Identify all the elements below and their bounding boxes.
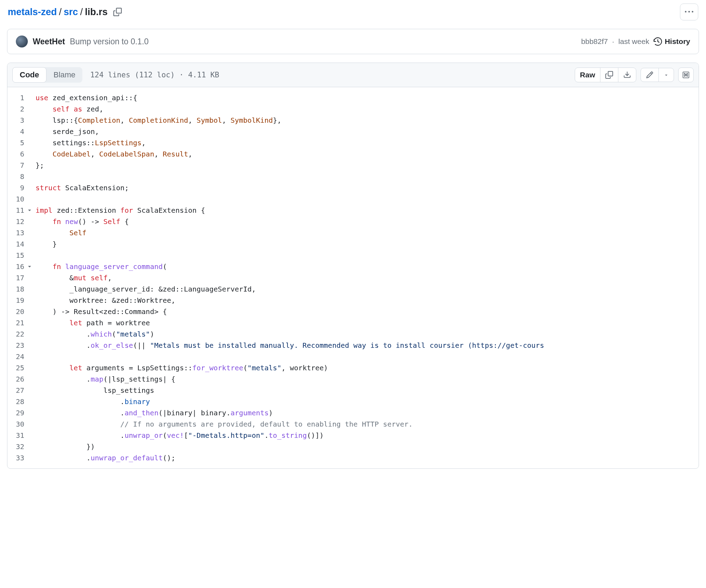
line-number: 6 [7, 150, 24, 158]
code-line[interactable]: use zed_extension_api::{ [34, 92, 699, 103]
code-line[interactable]: .which("metals") [34, 328, 699, 340]
line-number: 7 [7, 161, 24, 170]
breadcrumb-dir-link[interactable]: src [64, 7, 78, 18]
code-line[interactable]: ) -> Result<zed::Command> { [34, 306, 699, 317]
code-line[interactable] [34, 171, 699, 182]
code-line[interactable]: _language_server_id: &zed::LanguageServe… [34, 283, 699, 295]
commit-message[interactable]: Bump version to 0.1.0 [70, 37, 149, 46]
line-number: 1 [7, 94, 24, 102]
gutter-row[interactable]: 27 [7, 385, 34, 396]
breadcrumb-row: metals-zed / src / lib.rs [7, 4, 699, 20]
code-line[interactable]: .map(|lsp_settings| { [34, 373, 699, 385]
line-number: 15 [7, 251, 24, 260]
avatar[interactable] [16, 36, 28, 47]
more-options-button[interactable] [680, 4, 698, 20]
gutter-row[interactable]: 6 [7, 148, 34, 160]
symbols-button[interactable] [678, 68, 694, 82]
code-line[interactable]: self as zed, [34, 103, 699, 115]
code-line[interactable]: .unwrap_or_default(); [34, 452, 699, 464]
gutter-row[interactable]: 33 [7, 452, 34, 464]
code-line[interactable]: struct ScalaExtension; [34, 182, 699, 193]
gutter-row[interactable]: 9 [7, 182, 34, 193]
gutter-row[interactable]: 2 [7, 103, 34, 115]
copy-path-icon[interactable] [113, 8, 122, 16]
edit-button[interactable] [641, 68, 659, 82]
gutter-row[interactable]: 31 [7, 430, 34, 441]
code-line[interactable]: lsp_settings [34, 385, 699, 396]
gutter-row[interactable]: 15 [7, 250, 34, 261]
code-line[interactable]: worktree: &zed::Worktree, [34, 295, 699, 306]
gutter-row[interactable]: 20 [7, 306, 34, 317]
line-number: 9 [7, 184, 24, 192]
gutter-row[interactable]: 13 [7, 227, 34, 238]
gutter-row[interactable]: 21 [7, 317, 34, 328]
tab-code[interactable]: Code [12, 67, 46, 83]
gutter-row[interactable]: 26 [7, 373, 34, 385]
gutter-row[interactable]: 24 [7, 351, 34, 362]
code-line[interactable]: }; [34, 160, 699, 171]
gutter-row[interactable]: 19 [7, 295, 34, 306]
commit-author[interactable]: WeetHet [33, 37, 65, 46]
gutter-row[interactable]: 16 [7, 261, 34, 272]
code-line[interactable]: fn language_server_command( [34, 261, 699, 272]
code-line[interactable] [34, 351, 699, 362]
raw-button[interactable]: Raw [575, 68, 600, 82]
code-line[interactable]: fn new() -> Self { [34, 216, 699, 227]
gutter-row[interactable]: 25 [7, 362, 34, 373]
gutter-row[interactable]: 32 [7, 441, 34, 452]
code-line[interactable]: let arguments = LspSettings::for_worktre… [34, 362, 699, 373]
commit-sha[interactable]: bbb82f7 [581, 37, 608, 46]
edit-dropdown-button[interactable] [659, 68, 674, 82]
line-number: 17 [7, 274, 24, 282]
code-line[interactable]: &mut self, [34, 272, 699, 283]
gutter-row[interactable]: 8 [7, 171, 34, 182]
gutter-row[interactable]: 1 [7, 92, 34, 103]
code-line[interactable]: // If no arguments are provided, default… [34, 418, 699, 430]
copy-raw-button[interactable] [600, 68, 618, 82]
code-line[interactable]: settings::LspSettings, [34, 137, 699, 148]
gutter-row[interactable]: 29 [7, 407, 34, 418]
code-line[interactable]: .and_then(|binary| binary.arguments) [34, 407, 699, 418]
code-line[interactable]: .unwrap_or(vec!["-Dmetals.http=on".to_st… [34, 430, 699, 441]
gutter-row[interactable]: 30 [7, 418, 34, 430]
gutter-row[interactable]: 7 [7, 160, 34, 171]
code-line[interactable]: Self [34, 227, 699, 238]
code-line[interactable]: lsp::{Completion, CompletionKind, Symbol… [34, 115, 699, 126]
line-number: 4 [7, 127, 24, 136]
code-lines[interactable]: use zed_extension_api::{ self as zed, ls… [34, 87, 699, 468]
history-link[interactable]: History [654, 37, 690, 46]
download-raw-button[interactable] [618, 68, 636, 82]
code-line[interactable]: CodeLabel, CodeLabelSpan, Result, [34, 148, 699, 160]
gutter-row[interactable]: 28 [7, 396, 34, 407]
gutter-row[interactable]: 22 [7, 328, 34, 340]
gutter-row[interactable]: 10 [7, 193, 34, 205]
line-number: 26 [7, 375, 24, 383]
code-line[interactable]: }) [34, 441, 699, 452]
code-line[interactable]: impl zed::Extension for ScalaExtension { [34, 205, 699, 216]
line-number: 11 [7, 206, 24, 215]
line-number: 5 [7, 139, 24, 147]
fold-chevron-icon[interactable] [26, 262, 33, 271]
gutter-row[interactable]: 5 [7, 137, 34, 148]
tab-blame[interactable]: Blame [46, 68, 82, 82]
fold-chevron-icon[interactable] [26, 206, 33, 215]
gutter-row[interactable]: 17 [7, 272, 34, 283]
code-line[interactable] [34, 250, 699, 261]
breadcrumb-sep: / [80, 7, 83, 18]
gutter-row[interactable]: 23 [7, 340, 34, 351]
gutter-row[interactable]: 18 [7, 283, 34, 295]
code-line[interactable]: .binary [34, 396, 699, 407]
code-line[interactable]: serde_json, [34, 126, 699, 137]
breadcrumb-repo-link[interactable]: metals-zed [8, 7, 57, 18]
code-line[interactable]: } [34, 238, 699, 250]
gutter-row[interactable]: 4 [7, 126, 34, 137]
commit-date[interactable]: last week [618, 37, 649, 46]
gutter-row[interactable]: 3 [7, 115, 34, 126]
code-line[interactable]: let path = worktree [34, 317, 699, 328]
gutter-row[interactable]: 12 [7, 216, 34, 227]
code-line[interactable]: .ok_or_else(|| "Metals must be installed… [34, 340, 699, 351]
code-line[interactable] [34, 193, 699, 205]
gutter-row[interactable]: 14 [7, 238, 34, 250]
line-number: 23 [7, 341, 24, 350]
gutter-row[interactable]: 11 [7, 205, 34, 216]
